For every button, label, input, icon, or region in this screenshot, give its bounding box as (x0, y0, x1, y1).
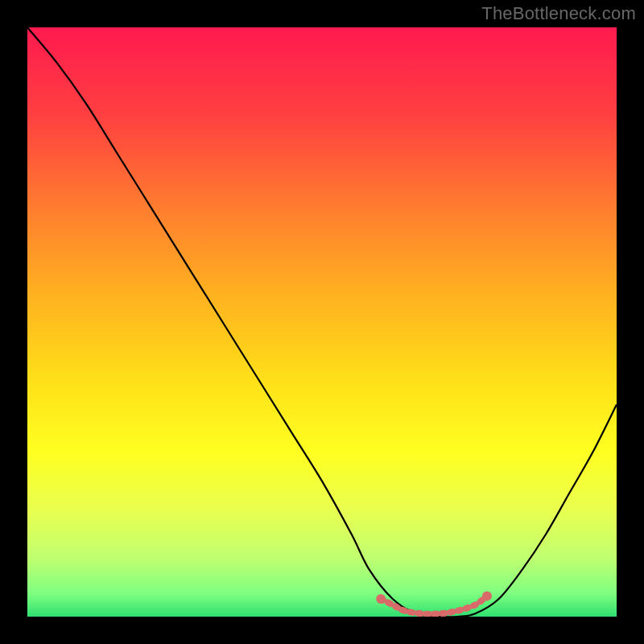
chart-container: TheBottleneck.com (0, 0, 644, 644)
plot-area (27, 27, 617, 617)
svg-point-1 (482, 591, 492, 601)
bottleneck-chart (27, 27, 617, 617)
gradient-background (27, 27, 617, 617)
watermark-text: TheBottleneck.com (481, 3, 636, 24)
svg-point-0 (376, 594, 386, 604)
